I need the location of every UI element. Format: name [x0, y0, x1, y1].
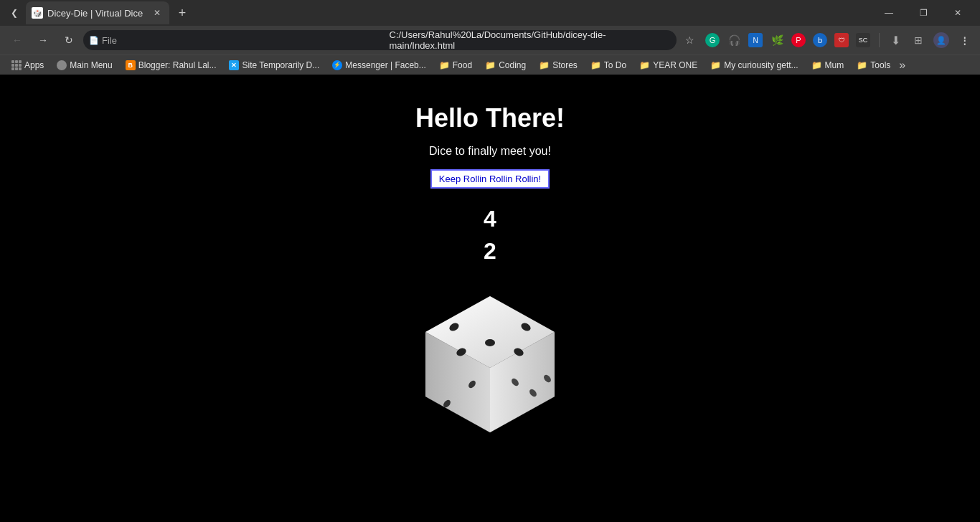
bookmark-apps-label: Apps — [24, 60, 44, 70]
roll-button[interactable]: Keep Rollin Rollin Rollin! — [430, 169, 550, 189]
tab-strip: ❮ 🎲 Dicey-Die | Virtual Dice ✕ + — [6, 1, 192, 24]
blogger-icon: B — [126, 60, 136, 70]
tab-expand-button[interactable]: ❮ — [6, 4, 23, 22]
reload-button[interactable]: ↻ — [57, 29, 80, 52]
bookmark-site-temp-label: Site Temporarily D... — [242, 60, 319, 70]
navbar: ← → ↻ 📄 File C:/Users/Rahul%20La/Documen… — [0, 26, 980, 54]
dice-result-1: 4 — [484, 206, 496, 232]
page-title: Hello There! — [415, 103, 565, 133]
bookmark-mum[interactable]: 📁 Mum — [806, 59, 850, 72]
bookmark-tools-label: Tools — [870, 60, 890, 70]
bookmark-year-one[interactable]: 📁 YEAR ONE — [633, 59, 703, 72]
page-content: Hello There! Dice to finally meet you! K… — [0, 75, 980, 522]
bookmark-food[interactable]: 📁 Food — [433, 59, 478, 72]
todo-folder-icon: 📁 — [590, 60, 601, 70]
active-tab[interactable]: 🎲 Dicey-Die | Virtual Dice ✕ — [26, 1, 169, 24]
bookmark-curiousity-label: My curiousity gett... — [724, 60, 798, 70]
address-scheme-label: File — [102, 35, 384, 46]
close-button[interactable]: ✕ — [941, 0, 974, 26]
new-tab-button[interactable]: + — [172, 3, 192, 23]
grammarly-extension[interactable]: G — [702, 30, 722, 50]
page-subtitle: Dice to finally meet you! — [429, 145, 551, 158]
ext-sc-extension[interactable]: SC — [853, 30, 873, 50]
dice-result-2: 2 — [484, 238, 496, 265]
tools-folder-icon: 📁 — [857, 60, 867, 70]
bookmark-food-label: Food — [453, 60, 472, 70]
bookmarks-more-button[interactable]: » — [899, 59, 905, 72]
audio-extension[interactable]: 🎧 — [724, 30, 744, 50]
bookmark-messenger[interactable]: ⚡ Messenger | Faceb... — [326, 59, 432, 72]
forward-button[interactable]: → — [32, 29, 55, 52]
download-button[interactable]: ⬇ — [885, 30, 905, 50]
food-folder-icon: 📁 — [439, 60, 450, 70]
bookmark-tools[interactable]: 📁 Tools — [851, 59, 896, 72]
tab-close-button[interactable]: ✕ — [151, 6, 164, 19]
profile-button[interactable]: 👤 — [931, 30, 951, 50]
dice-image — [411, 282, 569, 447]
bookmark-todo[interactable]: 📁 To Do — [585, 59, 632, 72]
site-temp-icon: ✕ — [229, 60, 239, 70]
svg-point-5 — [485, 339, 495, 346]
bookmark-apps[interactable]: Apps — [6, 59, 50, 72]
ext-blue-extension[interactable]: b — [810, 30, 830, 50]
year-one-folder-icon: 📁 — [639, 60, 650, 70]
maximize-button[interactable]: ❐ — [907, 0, 940, 26]
tab-title: Dicey-Die | Virtual Dice — [47, 8, 146, 19]
main-menu-icon — [57, 60, 67, 70]
bookmark-todo-label: To Do — [604, 60, 626, 70]
bookmark-coding-label: Coding — [499, 60, 526, 70]
bookmark-year-one-label: YEAR ONE — [653, 60, 697, 70]
bookmark-stores-label: Stores — [552, 60, 578, 70]
momentum-extension[interactable]: 🌿 — [767, 30, 787, 50]
bookmark-messenger-label: Messenger | Faceb... — [345, 60, 426, 70]
coding-folder-icon: 📁 — [485, 60, 496, 70]
ext-red-extension[interactable]: 🛡 — [831, 30, 852, 50]
address-bar[interactable]: 📄 File C:/Users/Rahul%20La/Documents/Git… — [83, 30, 677, 50]
bookmark-curiousity[interactable]: 📁 My curiousity gett... — [705, 59, 804, 72]
apps-grid-icon — [11, 60, 22, 70]
messenger-icon: ⚡ — [332, 60, 342, 70]
address-scheme-icon: 📄 — [89, 36, 99, 45]
extension-icons: G 🎧 N 🌿 P b 🛡 SC — [702, 30, 873, 50]
tab-favicon: 🎲 — [32, 7, 43, 19]
divider — [879, 33, 880, 47]
pinterest-extension[interactable]: P — [788, 30, 809, 50]
bookmark-site-temp[interactable]: ✕ Site Temporarily D... — [223, 59, 325, 72]
bookmark-button[interactable]: ☆ — [679, 30, 699, 50]
window-controls: — ❐ ✕ — [872, 0, 974, 26]
bookmark-blogger[interactable]: B Blogger: Rahul Lal... — [120, 59, 222, 72]
back-button[interactable]: ← — [6, 29, 29, 52]
bookmark-mum-label: Mum — [825, 60, 844, 70]
mum-folder-icon: 📁 — [811, 60, 822, 70]
bookmark-main-menu-label: Main Menu — [70, 60, 112, 70]
bookmark-coding[interactable]: 📁 Coding — [479, 59, 532, 72]
minimize-button[interactable]: — — [872, 0, 905, 26]
menu-button[interactable]: ⋮ — [954, 30, 974, 50]
bookmark-main-menu[interactable]: Main Menu — [51, 59, 118, 72]
bookmarks-bar: Apps Main Menu B Blogger: Rahul Lal... ✕… — [0, 54, 980, 75]
stores-folder-icon: 📁 — [539, 60, 550, 70]
bookmark-stores[interactable]: 📁 Stores — [533, 59, 583, 72]
nav-extension[interactable]: N — [745, 30, 765, 50]
curiousity-folder-icon: 📁 — [710, 60, 721, 70]
titlebar: ❮ 🎲 Dicey-Die | Virtual Dice ✕ + — ❐ ✕ — [0, 0, 980, 26]
address-url: C:/Users/Rahul%20La/Documents/GitHub/dic… — [390, 29, 672, 51]
bookmark-blogger-label: Blogger: Rahul Lal... — [138, 60, 217, 70]
window-layout-button[interactable]: ⊞ — [908, 30, 928, 50]
